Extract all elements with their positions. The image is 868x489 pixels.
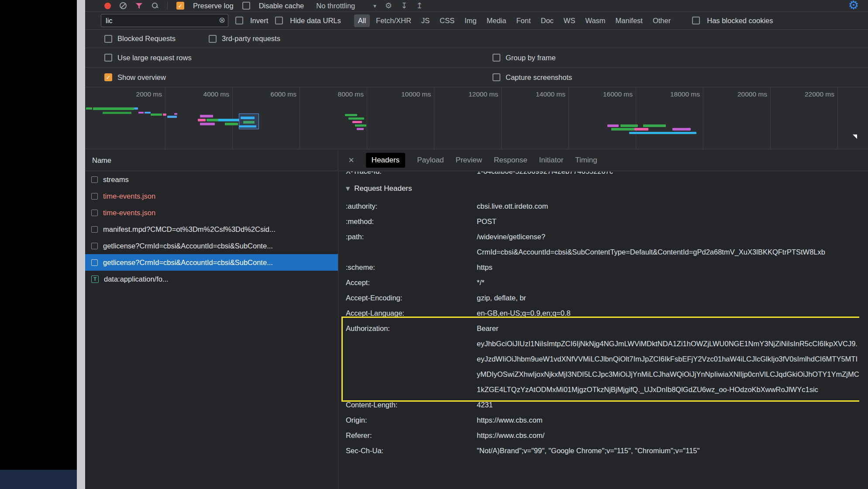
export-har-icon[interactable]: ↥ xyxy=(416,2,423,10)
screen: ✓ Preserve log Disable cache No throttli… xyxy=(0,0,868,489)
request-checkbox[interactable] xyxy=(91,176,98,183)
group-by-frame-checkbox[interactable] xyxy=(493,54,500,62)
request-headers-section[interactable]: ▼ Request Headers xyxy=(346,179,859,199)
overview-tick-label: 20000 ms xyxy=(737,90,770,98)
filter-bar: ⊗ Invert Hide data URLs AllFetch/XHRJSCS… xyxy=(85,12,868,30)
filter-type-ws[interactable]: WS xyxy=(560,14,579,27)
request-row[interactable]: time-events.json xyxy=(85,204,338,221)
request-row[interactable]: Tdata:application/fo... xyxy=(85,271,338,287)
waterfall-bar xyxy=(138,112,144,114)
overview-tick-label: 14000 ms xyxy=(536,90,568,98)
request-list-pane: Name streamstime-events.jsontime-events.… xyxy=(85,150,338,489)
request-row[interactable]: time-events.json xyxy=(85,188,338,204)
filter-type-other[interactable]: Other xyxy=(649,14,675,27)
invert-checkbox[interactable] xyxy=(235,17,243,24)
filter-type-img[interactable]: Img xyxy=(461,14,481,27)
tab-timing[interactable]: Timing xyxy=(575,156,597,165)
blocked-requests-label[interactable]: Blocked Requests xyxy=(117,34,176,43)
request-row[interactable]: getlicense?CrmId=cbsi&AccountId=cbsi&Sub… xyxy=(85,254,338,271)
header-name: Accept-Encoding: xyxy=(346,290,477,306)
hide-data-urls-checkbox[interactable] xyxy=(275,17,283,24)
request-checkbox[interactable] xyxy=(91,243,98,249)
record-icon[interactable] xyxy=(104,3,111,9)
tab-initiator[interactable]: Initiator xyxy=(539,156,564,165)
disable-cache-label[interactable]: Disable cache xyxy=(259,2,304,10)
settings-row-1: Use large request rows Group by frame xyxy=(85,48,868,68)
preserve-log-checkbox[interactable]: ✓ xyxy=(176,2,184,10)
header-value: Bearer eyJhbGciOiJIUzI1NiIsImtpZCI6IjNkN… xyxy=(477,321,859,397)
name-column-header[interactable]: Name xyxy=(85,150,338,171)
request-checkbox[interactable] xyxy=(91,259,98,266)
filter-type-fetch-xhr[interactable]: Fetch/XHR xyxy=(372,14,415,27)
waterfall-bar xyxy=(167,116,177,118)
overview-gridline xyxy=(501,87,502,149)
detail-tabs: HeadersPayloadPreviewResponseInitiatorTi… xyxy=(366,153,597,168)
network-toolbar: ✓ Preserve log Disable cache No throttli… xyxy=(85,0,868,12)
large-rows-checkbox[interactable] xyxy=(104,54,112,62)
overview-area[interactable]: 2000 ms4000 ms6000 ms8000 ms10000 ms1200… xyxy=(85,87,868,149)
network-panes: Name streamstime-events.jsontime-events.… xyxy=(85,150,868,489)
filter-type-all[interactable]: All xyxy=(354,14,370,27)
disable-cache-checkbox[interactable] xyxy=(242,2,250,10)
invert-label[interactable]: Invert xyxy=(250,17,268,25)
hide-data-urls-label[interactable]: Hide data URLs xyxy=(290,17,341,25)
filter-input[interactable] xyxy=(101,14,228,27)
filter-type-js[interactable]: JS xyxy=(417,14,434,27)
third-party-label[interactable]: 3rd-party requests xyxy=(222,34,280,43)
request-headers-list: :authority:cbsi.live.ott.irdeto.com:meth… xyxy=(346,199,859,458)
request-checkbox[interactable] xyxy=(91,226,98,233)
import-har-icon[interactable]: ↧ xyxy=(401,2,407,10)
has-blocked-cookies-label[interactable]: Has blocked cookies xyxy=(707,17,773,25)
overview-tick-label: 16000 ms xyxy=(603,90,636,98)
request-name: time-events.json xyxy=(103,192,155,200)
group-by-frame-label[interactable]: Group by frame xyxy=(506,54,556,62)
header-name: Referer: xyxy=(346,428,477,443)
filter-type-font[interactable]: Font xyxy=(512,14,534,27)
header-value: POST xyxy=(477,214,859,229)
request-row[interactable]: streams xyxy=(85,171,338,188)
settings-gear-icon[interactable]: ⚙ xyxy=(848,0,859,12)
request-row[interactable]: getlicense?CrmId=cbsi&AccountId=cbsi&Sub… xyxy=(85,238,338,254)
clear-filter-icon[interactable]: ⊗ xyxy=(219,16,225,24)
filter-type-wasm[interactable]: Wasm xyxy=(581,14,609,27)
filter-type-doc[interactable]: Doc xyxy=(537,14,558,27)
tab-headers[interactable]: Headers xyxy=(366,153,405,168)
waterfall-bar xyxy=(611,128,637,131)
capture-screenshots-checkbox[interactable] xyxy=(493,73,500,81)
filter-type-manifest[interactable]: Manifest xyxy=(612,14,647,27)
waterfall-bar xyxy=(620,124,638,127)
header-name: :method: xyxy=(346,214,477,229)
clear-icon[interactable] xyxy=(120,2,127,9)
tab-response[interactable]: Response xyxy=(494,156,527,165)
large-rows-label[interactable]: Use large request rows xyxy=(117,54,192,62)
overview-tick-label: 12000 ms xyxy=(468,90,501,98)
waterfall-bar xyxy=(345,114,357,116)
search-icon[interactable] xyxy=(152,2,158,9)
has-blocked-cookies-checkbox[interactable] xyxy=(692,17,700,24)
triangle-down-icon: ▼ xyxy=(346,186,350,192)
capture-screenshots-label[interactable]: Capture screenshots xyxy=(506,73,572,82)
headers-scroll-area[interactable]: X-Trace-Id: 1-64cafb0e-522669927f42eb774… xyxy=(339,172,859,489)
show-overview-checkbox[interactable]: ✓ xyxy=(104,73,112,81)
request-list: streamstime-events.jsontime-events.jsonm… xyxy=(85,171,338,287)
network-conditions-icon[interactable]: ⚙ xyxy=(385,2,392,10)
tab-preview[interactable]: Preview xyxy=(456,156,482,165)
header-name: :scheme: xyxy=(346,260,477,275)
close-icon[interactable]: × xyxy=(348,155,354,165)
blocked-requests-checkbox[interactable] xyxy=(104,35,112,43)
request-checkbox[interactable] xyxy=(91,210,98,216)
filter-type-css[interactable]: CSS xyxy=(436,14,458,27)
throttling-select[interactable]: No throttling xyxy=(316,2,355,10)
filter-type-media[interactable]: Media xyxy=(483,14,510,27)
header-name: :authority: xyxy=(346,199,477,214)
filter-icon[interactable] xyxy=(135,3,143,9)
request-row[interactable]: manifest.mpd?CMCD=ot%3Dm%2Csf%3Dd%2Csid.… xyxy=(85,221,338,238)
show-overview-label[interactable]: Show overview xyxy=(117,73,166,82)
preserve-log-label[interactable]: Preserve log xyxy=(193,2,234,10)
tab-payload[interactable]: Payload xyxy=(417,156,444,165)
third-party-checkbox[interactable] xyxy=(209,35,217,43)
name-column-label: Name xyxy=(92,156,111,165)
page-scrollbar[interactable] xyxy=(77,0,85,489)
chevron-down-icon[interactable]: ▾ xyxy=(373,3,376,9)
request-checkbox[interactable] xyxy=(91,193,98,200)
